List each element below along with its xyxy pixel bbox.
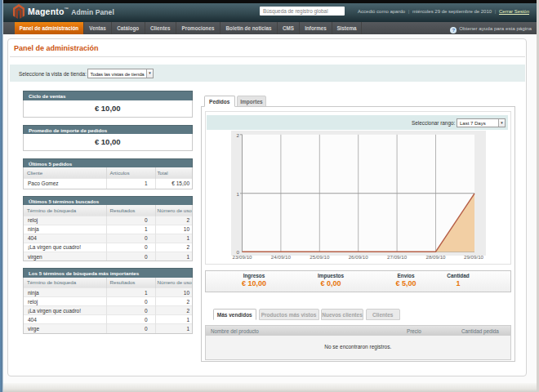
svg-text:24/09/10: 24/09/10 xyxy=(271,254,292,260)
svg-text:27/09/10: 27/09/10 xyxy=(387,254,408,260)
svg-text:28/09/10: 28/09/10 xyxy=(425,254,446,260)
svg-text:25/09/10: 25/09/10 xyxy=(310,254,330,260)
svg-text:23/09/10: 23/09/10 xyxy=(232,254,252,260)
svg-text:1: 1 xyxy=(237,191,240,197)
svg-text:2: 2 xyxy=(237,132,240,138)
svg-text:29/09/10: 29/09/10 xyxy=(464,254,484,260)
svg-text:26/09/10: 26/09/10 xyxy=(349,254,369,260)
